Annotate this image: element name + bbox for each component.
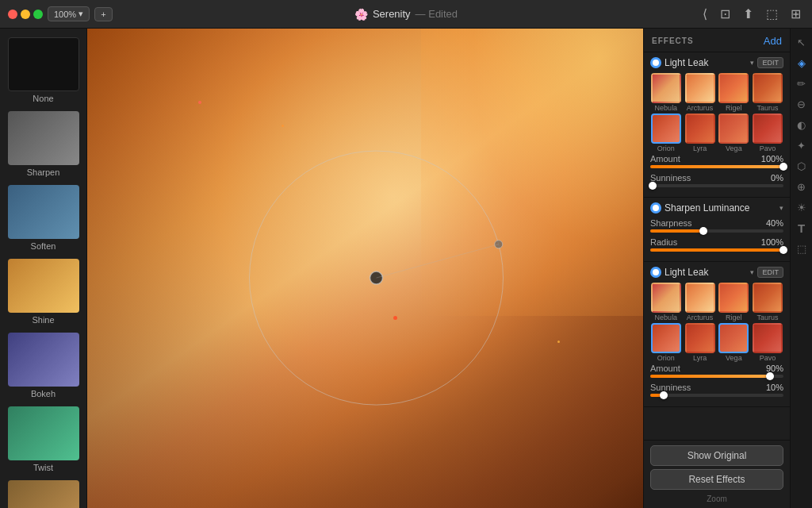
zoom-selector[interactable]: 100% ▾ (48, 6, 90, 21)
effect-2-toggle[interactable] (650, 202, 661, 214)
heal-tool-icon[interactable]: ✦ (793, 137, 810, 154)
preset-3-thumb-rigel[interactable] (718, 283, 749, 313)
sunniness-slider-track[interactable] (650, 184, 783, 187)
filmstrip-item-soften[interactable]: Soften (3, 182, 83, 254)
crop-icon[interactable]: ⊡ (717, 5, 733, 23)
show-original-button[interactable]: Show Original (650, 445, 783, 466)
effect-3-toggle-inner (653, 269, 659, 275)
eraser-tool-icon[interactable]: ⊖ (793, 95, 810, 113)
amount-slider-handle[interactable] (779, 163, 787, 171)
add-effect-button[interactable]: Add (764, 35, 782, 47)
retouch-tool-icon[interactable]: ⬡ (793, 157, 810, 175)
share-icon[interactable]: ⬆ (740, 5, 756, 23)
main-area: None Sharpen Soften Shine Bokeh Twist Ma… (0, 29, 812, 508)
sunniness-value: 0% (771, 173, 783, 183)
zoom-add-button[interactable]: + (94, 7, 112, 21)
amount2-slider-handle[interactable] (766, 372, 774, 380)
preset-3-thumb-arcturus[interactable] (685, 283, 715, 313)
preset-3-thumb-orion[interactable] (651, 323, 681, 353)
effect-section-1: Light Leak ▾ EDIT Nebula Arcturus (644, 52, 790, 198)
sunniness2-slider-handle[interactable] (660, 391, 668, 399)
preset-thumb-lyra[interactable] (685, 114, 715, 144)
text-tool-icon[interactable]: T (793, 219, 810, 237)
light-tool-icon[interactable]: ☀ (793, 198, 810, 216)
preset-3-thumb-nebula[interactable] (651, 283, 681, 313)
light-leak-overlay (421, 29, 643, 316)
sharpness-slider-track[interactable] (650, 229, 783, 233)
effect-1-preset-row2: Orion Lyra Vega Pavo (650, 114, 783, 152)
effect-3-preset-row2: Orion Lyra Vega Pavo (650, 323, 783, 362)
zoom-label: Zoom (650, 495, 783, 503)
cursor-tool-icon[interactable]: ↖ (793, 33, 810, 51)
effect-3-edit-button[interactable]: EDIT (757, 267, 783, 278)
preset-3-thumb-taurus[interactable] (753, 283, 783, 313)
filmstrip: None Sharpen Soften Shine Bokeh Twist Ma… (0, 29, 87, 508)
sunniness-slider-handle[interactable] (649, 182, 657, 190)
filmstrip-item-none[interactable]: None (3, 34, 83, 106)
preset-label-pavo: Pavo (760, 144, 776, 152)
filmstrip-label-soften: Soften (31, 241, 56, 251)
filmstrip-item-shine[interactable]: Shine (3, 256, 83, 328)
filmstrip-item-sharpen[interactable]: Sharpen (3, 108, 83, 180)
preset-label-lyra: Lyra (693, 144, 707, 152)
filmstrip-label-bokeh: Bokeh (31, 389, 56, 398)
preset-label-arcturus: Arcturus (687, 104, 714, 112)
filmstrip-item-mandala[interactable]: Mandala (3, 477, 83, 508)
sparkle-4 (557, 341, 560, 343)
preset-thumb-rigel[interactable] (718, 73, 749, 103)
amount2-slider-track[interactable] (650, 375, 783, 378)
effect-section-3: Light Leak ▾ EDIT Nebula Arcturus (644, 262, 790, 407)
preset-col-orion: Orion (650, 114, 682, 152)
sharpness-slider-fill (650, 229, 703, 233)
radius-slider-track[interactable] (650, 248, 783, 252)
sharpness-slider-handle[interactable] (699, 227, 707, 235)
filmstrip-item-bokeh[interactable]: Bokeh (3, 329, 83, 402)
filmstrip-thumb-shine (8, 259, 79, 313)
preset-thumb-vega[interactable] (718, 114, 749, 144)
radius-value: 100% (761, 237, 783, 247)
effect-1-edit-button[interactable]: EDIT (757, 57, 783, 68)
effect-1-toggle[interactable] (650, 57, 661, 68)
clone-tool-icon[interactable]: ⊕ (793, 178, 810, 195)
effect-3-toggle[interactable] (650, 267, 661, 278)
filmstrip-label-shine: Shine (32, 315, 54, 325)
photo-title: Serenity (373, 8, 411, 20)
preset-thumb-pavo[interactable] (753, 114, 783, 144)
preset-col-pavo: Pavo (752, 114, 783, 152)
sharpness-label: Sharpness (650, 218, 692, 228)
radius-slider-handle[interactable] (779, 246, 787, 254)
gradient-tool-icon[interactable]: ◐ (793, 116, 810, 133)
preset-thumb-taurus[interactable] (753, 73, 783, 103)
sharpness-slider-row: Sharpness 40% (650, 218, 783, 228)
filmstrip-item-twist[interactable]: Twist (3, 403, 83, 475)
effect-section-2: Sharpen Luminance ▾ Sharpness 40% Radius… (644, 198, 790, 262)
effects-scroll[interactable]: Light Leak ▾ EDIT Nebula Arcturus (644, 52, 790, 440)
preset-col-taurus: Taurus (752, 73, 783, 112)
zoom-chevron: ▾ (79, 9, 83, 19)
preset-thumb-arcturus[interactable] (685, 73, 715, 103)
shape-tool-icon[interactable]: ⬚ (793, 240, 810, 257)
filmstrip-thumb-soften (8, 185, 79, 239)
canvas-area[interactable] (87, 29, 643, 508)
sunniness2-slider-track[interactable] (650, 394, 783, 397)
brush-tool-icon[interactable]: ✏ (793, 75, 810, 92)
radius-label: Radius (650, 237, 677, 247)
sparkle-1 (198, 101, 201, 104)
sunniness2-slider-row: Sunniness 10% (650, 383, 783, 392)
filmstrip-thumb-mandala (8, 480, 79, 508)
amount-slider-track[interactable] (650, 165, 783, 168)
preset-label-rigel: Rigel (726, 104, 742, 112)
amount2-label: Amount (650, 364, 680, 373)
reset-effects-button[interactable]: Reset Effects (650, 469, 783, 490)
preset-3-thumb-vega[interactable] (718, 323, 749, 353)
export-icon[interactable]: ⬚ (763, 5, 781, 23)
preset-thumb-orion[interactable] (651, 114, 681, 144)
radius-slider-row: Radius 100% (650, 237, 783, 247)
settings-icon[interactable]: ⊞ (787, 5, 804, 23)
preset-3-thumb-pavo[interactable] (753, 323, 783, 353)
preset-thumb-nebula[interactable] (651, 73, 681, 103)
paintbrush-icon[interactable]: ⟨ (699, 5, 710, 23)
zoom-value: 100% (54, 10, 76, 19)
preset-3-thumb-lyra[interactable] (685, 323, 715, 353)
select-tool-icon[interactable]: ◈ (793, 54, 810, 71)
